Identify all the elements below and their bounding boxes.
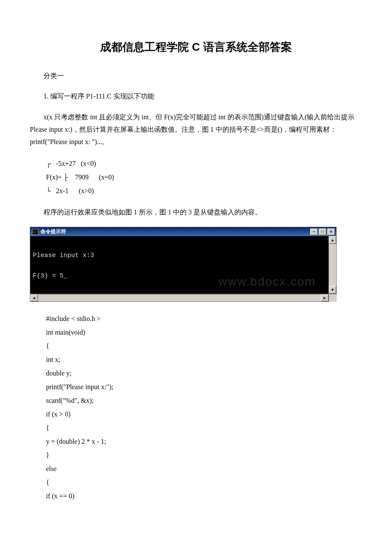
code-line: int x;: [46, 353, 362, 367]
piecewise-row-2: └ 2x-1 (x>0): [46, 184, 362, 198]
piecewise-row-1: F(x)= ├ 7909 (x=0): [46, 171, 362, 184]
minimize-button[interactable]: −: [310, 228, 318, 235]
run-note: 程序的运行效果应类似地如图 1 所示，图 1 中的 3 是从键盘输入的内容。: [30, 206, 362, 219]
console-line-1: F(3) = 5: [33, 272, 63, 280]
scroll-up-icon[interactable]: ▲: [329, 236, 336, 244]
page-title: 成都信息工程学院 C 语言系统全部答案: [30, 38, 362, 56]
code-line: scanf("%d", &x);: [46, 394, 362, 408]
maximize-button[interactable]: □: [319, 228, 326, 235]
console-titlebar: C:\ 命令提示符 − □ ×: [30, 227, 337, 236]
code-line: {: [46, 421, 362, 435]
horizontal-scrollbar[interactable]: ◄ ►: [30, 294, 329, 302]
console-output: Please input x:3 F(3) = 5 www.bdocx.com: [30, 236, 329, 294]
code-line: {: [46, 339, 362, 353]
code-line: {: [46, 476, 362, 489]
console-line-0: Please input x:3: [33, 252, 94, 259]
piecewise-definition: ┌ -5x+27 (x<0) F(x)= ├ 7909 (x=0) └ 2x-1…: [46, 157, 362, 198]
code-line: }: [46, 448, 362, 462]
piecewise-row-0: ┌ -5x+27 (x<0): [46, 157, 362, 171]
task-description: x(x 只考虑整数 int 且必须定义为 int、但 F(x)完全可能超过 in…: [30, 111, 362, 148]
scroll-right-icon[interactable]: ►: [321, 295, 329, 301]
scroll-down-icon[interactable]: ▼: [329, 286, 336, 294]
code-line: double y;: [46, 367, 362, 380]
code-line: if (x > 0): [46, 408, 362, 421]
code-listing: #include < stdio.h > int main(void) { in…: [46, 312, 362, 503]
code-line: int main(void): [46, 326, 362, 339]
category-label: 分类一: [30, 70, 362, 82]
code-line: else: [46, 462, 362, 476]
watermark: www.bdocx.com: [219, 272, 316, 292]
code-line: #include < stdio.h >: [46, 312, 362, 326]
code-line: printf("Please input x:");: [46, 380, 362, 394]
code-line: y = (double) 2 * x - 1;: [46, 435, 362, 448]
console-icon: C:\: [32, 229, 39, 235]
scrollbar-corner: [329, 294, 337, 302]
task-heading: 1. 编写一程序 P1-111.C 实现以下功能: [30, 90, 362, 103]
close-button[interactable]: ×: [327, 228, 335, 235]
vertical-scrollbar[interactable]: ▲ ▼: [329, 236, 336, 294]
code-line: if (x == 0): [46, 489, 362, 503]
console-title: 命令提示符: [40, 228, 66, 236]
console-window: C:\ 命令提示符 − □ × Please input x:3 F(3) = …: [30, 227, 337, 302]
